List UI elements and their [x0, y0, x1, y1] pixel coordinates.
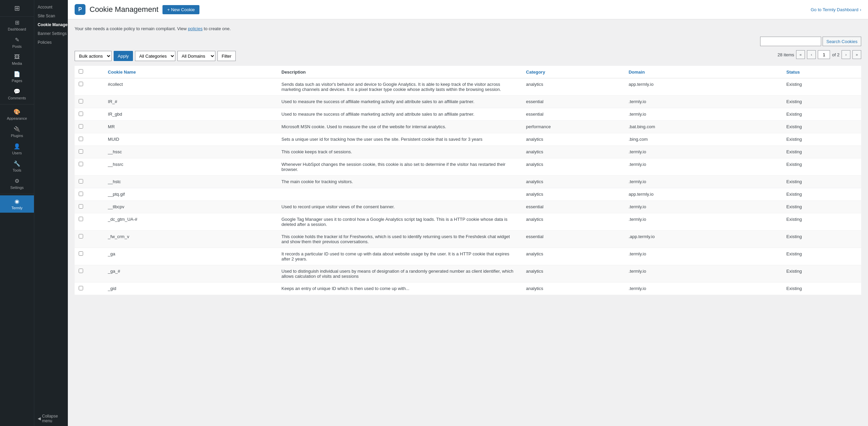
row-checkbox-cell: [75, 96, 104, 108]
row-checkbox[interactable]: [79, 192, 83, 196]
status-cell: Existing: [782, 78, 861, 96]
cookie-name-cell: _ga_#: [104, 265, 277, 283]
go-to-termly-link[interactable]: Go to Termly Dashboard ›: [811, 7, 861, 12]
cookie-name-cell: __hssc: [104, 146, 277, 158]
description-cell: This cookie holds the tracker id for Fre…: [277, 231, 522, 248]
row-checkbox[interactable]: [79, 112, 83, 116]
category-cell: analytics: [522, 283, 624, 295]
policies-link[interactable]: policies: [188, 26, 202, 31]
termly-sub-account[interactable]: Account: [34, 3, 68, 12]
category-cell: analytics: [522, 265, 624, 283]
first-page-button[interactable]: «: [796, 50, 805, 59]
row-checkbox[interactable]: [79, 149, 83, 154]
description-cell: Keeps an entry of unique ID which is the…: [277, 283, 522, 295]
search-input[interactable]: [760, 37, 821, 46]
row-checkbox[interactable]: [79, 251, 83, 256]
bulk-actions-select[interactable]: Bulk actions Delete: [75, 51, 112, 61]
dashboard-icon: ⊞: [15, 19, 19, 26]
sidebar-item-dashboard[interactable]: ⊞ Dashboard: [0, 17, 34, 34]
description-cell: Google Tag Manager uses it to control ho…: [277, 213, 522, 231]
items-count: 28 items: [777, 52, 794, 57]
row-checkbox-cell: [75, 188, 104, 201]
filter-button[interactable]: Filter: [217, 51, 236, 61]
status-cell: Existing: [782, 188, 861, 201]
categories-select[interactable]: All Categories analytics essential perfo…: [135, 51, 175, 61]
termly-sub-cookie-management[interactable]: Cookie Management: [34, 20, 68, 29]
row-checkbox[interactable]: [79, 124, 83, 129]
sidebar-item-appearance[interactable]: 🎨 Appearance: [0, 106, 34, 123]
row-checkbox[interactable]: [79, 82, 83, 86]
description-cell: Used to measure the success of affiliate…: [277, 108, 522, 121]
row-checkbox-cell: [75, 265, 104, 283]
sidebar-item-pages[interactable]: 📄 Pages: [0, 68, 34, 85]
row-checkbox-cell: [75, 146, 104, 158]
collapse-menu-btn[interactable]: ◀ Collapse menu: [34, 411, 68, 426]
table-row: MR Microsoft MSN cookie. Used to measure…: [75, 121, 861, 133]
row-checkbox[interactable]: [79, 217, 83, 221]
termly-sub-policies[interactable]: Policies: [34, 38, 68, 47]
table-row: __ptq.gif analytics app.termly.io Existi…: [75, 188, 861, 201]
sidebar-item-settings[interactable]: ⚙ Settings: [0, 175, 34, 192]
prev-page-button[interactable]: ‹: [807, 50, 816, 59]
domain-cell: app.termly.io: [624, 188, 782, 201]
select-all-checkbox[interactable]: [79, 69, 83, 74]
wp-logo[interactable]: ⊞: [0, 0, 34, 17]
last-page-button[interactable]: »: [852, 50, 861, 59]
table-row: _dc_gtm_UA-# Google Tag Manager uses it …: [75, 213, 861, 231]
domains-select[interactable]: All Domains .termly.io app.termly.io: [177, 51, 215, 61]
sidebar-outer: ⊞ ⊞ Dashboard ✎ Posts 🖼 Media 📄 Pages 💬 …: [0, 0, 68, 426]
termly-sub-banner-settings[interactable]: Banner Settings: [34, 29, 68, 38]
sidebar-item-comments[interactable]: 💬 Comments: [0, 85, 34, 103]
sidebar-item-label: Comments: [8, 96, 26, 100]
total-pages: of 2: [832, 52, 840, 57]
row-checkbox[interactable]: [79, 99, 83, 103]
row-checkbox[interactable]: [79, 162, 83, 166]
category-cell: analytics: [522, 248, 624, 265]
current-page-input[interactable]: 1: [818, 50, 830, 59]
row-checkbox[interactable]: [79, 269, 83, 273]
description-cell: This cookie keeps track of sessions.: [277, 146, 522, 158]
sidebar-item-plugins[interactable]: 🔌 Plugins: [0, 123, 34, 140]
table-row: _ga It records a particular ID used to c…: [75, 248, 861, 265]
sidebar-item-termly[interactable]: ◉ Termly: [0, 195, 34, 213]
status-header[interactable]: Status: [782, 66, 861, 78]
description-header: Description: [277, 66, 522, 78]
wp-logo-icon: ⊞: [14, 4, 20, 12]
row-checkbox[interactable]: [79, 234, 83, 238]
filters-row: Bulk actions Delete Apply All Categories…: [75, 50, 861, 62]
new-cookie-button[interactable]: + New Cookie: [162, 5, 199, 14]
apply-button[interactable]: Apply: [114, 51, 133, 61]
row-checkbox-cell: [75, 248, 104, 265]
row-checkbox[interactable]: [79, 204, 83, 209]
row-checkbox[interactable]: [79, 137, 83, 141]
termly-icon: ◉: [15, 198, 19, 205]
table-row: __hstc The main cookie for tracking visi…: [75, 176, 861, 188]
table-row: _fw_crm_v This cookie holds the tracker …: [75, 231, 861, 248]
row-checkbox[interactable]: [79, 179, 83, 183]
cookie-name-cell: _ga: [104, 248, 277, 265]
sidebar-item-users[interactable]: 👤 Users: [0, 140, 34, 158]
status-cell: Existing: [782, 146, 861, 158]
table-row: __hssrc Whenever HubSpot changes the ses…: [75, 158, 861, 176]
cookie-name-header[interactable]: Cookie Name: [104, 66, 277, 78]
status-cell: Existing: [782, 231, 861, 248]
description-cell: It records a particular ID used to come …: [277, 248, 522, 265]
search-cookies-button[interactable]: Search Cookies: [823, 37, 861, 46]
row-checkbox-cell: [75, 78, 104, 96]
termly-sub-site-scan[interactable]: Site Scan: [34, 12, 68, 20]
notice-text-after: to create one.: [204, 26, 231, 31]
domain-cell: .termly.io: [624, 176, 782, 188]
table-row: _ga_# Used to distinguish individual use…: [75, 265, 861, 283]
pagination-row: 28 items « ‹ 1 of 2 › »: [777, 50, 861, 59]
page-title: Cookie Management: [90, 5, 158, 14]
app-layout: ⊞ ⊞ Dashboard ✎ Posts 🖼 Media 📄 Pages 💬 …: [0, 0, 868, 426]
category-cell: analytics: [522, 213, 624, 231]
sidebar-item-posts[interactable]: ✎ Posts: [0, 34, 34, 51]
row-checkbox[interactable]: [79, 286, 83, 290]
sidebar-item-tools[interactable]: 🔧 Tools: [0, 158, 34, 175]
next-page-button[interactable]: ›: [842, 50, 850, 59]
sidebar-item-media[interactable]: 🖼 Media: [0, 51, 34, 68]
row-checkbox-cell: [75, 201, 104, 213]
domain-header[interactable]: Domain: [624, 66, 782, 78]
category-header[interactable]: Category: [522, 66, 624, 78]
